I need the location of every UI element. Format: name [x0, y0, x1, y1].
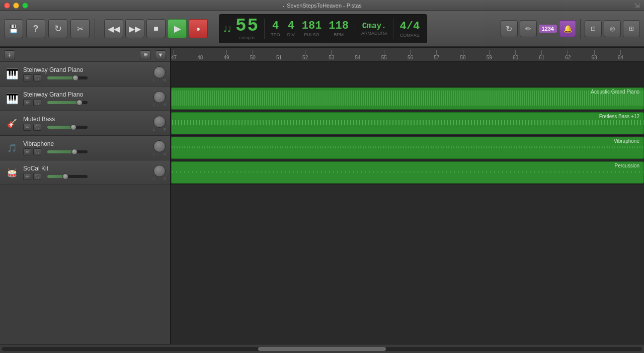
- help-button[interactable]: ?: [26, 19, 45, 38]
- ruler-mark-57: 57: [434, 50, 439, 60]
- track-header-icon2[interactable]: ▼: [155, 50, 166, 59]
- record-button[interactable]: ●: [189, 19, 208, 38]
- track-1-controls: ✏ 🎧: [23, 74, 148, 81]
- track-1-pan-knob[interactable]: [153, 66, 166, 78]
- rt-icon2[interactable]: ◎: [604, 20, 621, 37]
- svg-rect-7: [172, 162, 643, 183]
- lane-5[interactable]: Percussion: [171, 160, 644, 185]
- track-3-controls: ✏ 🎧: [23, 124, 148, 131]
- track-3-volume-slider[interactable]: [47, 126, 88, 129]
- lane-4[interactable]: Vibraphone: [171, 136, 644, 160]
- cycle-icon: ↻: [506, 24, 512, 34]
- save-icon: 💾: [9, 24, 19, 34]
- track-2-name: Steinway Grand Piano: [23, 91, 148, 98]
- close-button[interactable]: [4, 3, 10, 9]
- track-5-icon: 🥁: [4, 164, 20, 181]
- ruler-mark-61: 61: [539, 50, 544, 60]
- track-3-icon: 🎸: [4, 115, 20, 131]
- loop-icon: ↻: [54, 23, 62, 34]
- acoustic-grand-piano-region[interactable]: Acoustic Grand Piano: [171, 87, 644, 110]
- track-4-edit-btn[interactable]: ✏: [23, 148, 31, 155]
- track-3-edit-btn[interactable]: ✏: [23, 124, 31, 131]
- ruler-mark-53: 53: [329, 50, 334, 60]
- track-item-5[interactable]: 🥁 SoCal Kit ✏ 🎧 LR: [0, 160, 170, 185]
- play-button[interactable]: ▶: [168, 19, 187, 38]
- display-compas-value: 55: [235, 17, 259, 35]
- scrollbar-container: [0, 344, 644, 353]
- fast-forward-button[interactable]: ▶▶: [125, 19, 144, 38]
- track-1-headphone-btn[interactable]: 🎧: [33, 74, 41, 81]
- loop-button[interactable]: ↻: [48, 19, 67, 38]
- track-1-name: Steinway Grand Piano: [23, 66, 148, 73]
- pencil-button[interactable]: ✏: [520, 20, 537, 37]
- ruler-mark-60: 60: [513, 50, 518, 60]
- percussion-region[interactable]: Percussion: [171, 161, 644, 184]
- track-3-headphone-btn[interactable]: 🎧: [33, 124, 41, 131]
- acoustic-grand-piano-waveform: [172, 88, 643, 109]
- minimize-button[interactable]: [13, 3, 19, 9]
- scissors-button[interactable]: ✂: [70, 19, 90, 38]
- track-4-controls: ✏ 🎧: [23, 148, 148, 155]
- rt-icon3[interactable]: ⊞: [623, 20, 640, 37]
- track-4-pan-knob[interactable]: [153, 140, 166, 152]
- bell-icon: 🔔: [564, 25, 572, 33]
- ruler-mark-56: 56: [408, 50, 413, 60]
- save-button[interactable]: 💾: [4, 19, 23, 38]
- main-content: + ⊕ ▼ 🎹 Steinway Grand Piano ✏ 🎧: [0, 47, 644, 344]
- lane-3[interactable]: Fretless Bass +12: [171, 111, 644, 136]
- track-2-edit-btn[interactable]: ✏: [23, 99, 31, 106]
- main-toolbar: 💾 ? ↻ ✂ ◀◀ ▶▶ ■ ▶ ● ♩♩ 55 compás: [0, 11, 644, 47]
- window-title: ♩ SevenStepsToHeaven - Pistas: [282, 2, 362, 9]
- maximize-button[interactable]: [22, 3, 28, 9]
- track-5-headphone-btn[interactable]: 🎧: [33, 173, 41, 180]
- track-2-pan-knob[interactable]: [153, 91, 166, 103]
- display-panel: ♩♩ 55 compás 4 tpo 4 div 181 pulso 118 b…: [219, 14, 427, 43]
- display-div: 4 div: [287, 20, 295, 37]
- right-toolbar: ↻ ✏ 1234 🔔 ⊡ ◎ ⊞: [501, 19, 640, 39]
- lane-2[interactable]: Acoustic Grand Piano: [171, 86, 644, 111]
- ruler-mark-63: 63: [592, 50, 597, 60]
- track-2-headphone-btn[interactable]: 🎧: [33, 99, 41, 106]
- fretless-bass-waveform: [172, 113, 643, 134]
- ruler-mark-50: 50: [250, 50, 256, 60]
- bell-button[interactable]: 🔔: [559, 20, 576, 37]
- resize-icon[interactable]: ⇲: [634, 2, 640, 10]
- track-header-icon1[interactable]: ⊕: [140, 50, 151, 59]
- svg-rect-5: [172, 137, 643, 158]
- lane-1[interactable]: [171, 62, 644, 86]
- ruler-mark-64: 64: [618, 50, 623, 60]
- ruler-mark-51: 51: [276, 50, 282, 60]
- display-div-2: [355, 19, 355, 39]
- track-4-name: Vibraphone: [23, 140, 148, 147]
- scrollbar-thumb[interactable]: [258, 347, 386, 351]
- track-2-volume-slider[interactable]: [47, 101, 88, 104]
- track-1-volume-slider[interactable]: [47, 76, 88, 79]
- stop-button[interactable]: ■: [146, 19, 166, 38]
- track-item-2[interactable]: 🎹 Steinway Grand Piano ✏ 🎧: [0, 86, 170, 111]
- rewind-button[interactable]: ◀◀: [104, 19, 123, 38]
- cycle-button[interactable]: ↻: [501, 20, 518, 37]
- rt-icon1[interactable]: ⊡: [585, 20, 602, 37]
- track-2-controls: ✏ 🎧: [23, 99, 148, 106]
- track-1-edit-btn[interactable]: ✏: [23, 74, 31, 81]
- track-4-volume-slider[interactable]: [47, 150, 88, 153]
- track-item-3[interactable]: 🎸 Muted Bass ✏ 🎧 LR: [0, 111, 170, 136]
- fretless-bass-region[interactable]: Fretless Bass +12: [171, 112, 644, 134]
- ruler-mark-54: 54: [355, 50, 361, 60]
- track-3-info: Muted Bass ✏ 🎧: [23, 116, 148, 131]
- vibraphone-region[interactable]: Vibraphone: [171, 137, 644, 159]
- horizontal-scrollbar[interactable]: [2, 347, 642, 351]
- track-item-4[interactable]: 🎵 Vibraphone ✏ 🎧 LR: [0, 136, 170, 160]
- track-3-pan-knob[interactable]: [153, 116, 166, 128]
- track-5-pan-knob[interactable]: [153, 165, 166, 177]
- transport-controls: ◀◀ ▶▶ ■ ▶ ●: [104, 19, 208, 38]
- track-item-1[interactable]: 🎹 Steinway Grand Piano ✏ 🎧: [0, 62, 170, 86]
- track-5-volume-slider[interactable]: [47, 175, 88, 178]
- display-div-1: [264, 19, 265, 39]
- track-4-headphone-btn[interactable]: 🎧: [33, 148, 41, 155]
- track-2-info: Steinway Grand Piano ✏ 🎧: [23, 91, 148, 106]
- track-5-edit-btn[interactable]: ✏: [23, 173, 31, 180]
- add-track-button[interactable]: +: [4, 50, 15, 59]
- window-controls[interactable]: [4, 3, 28, 9]
- title-bar: ♩ SevenStepsToHeaven - Pistas ⇲: [0, 0, 644, 11]
